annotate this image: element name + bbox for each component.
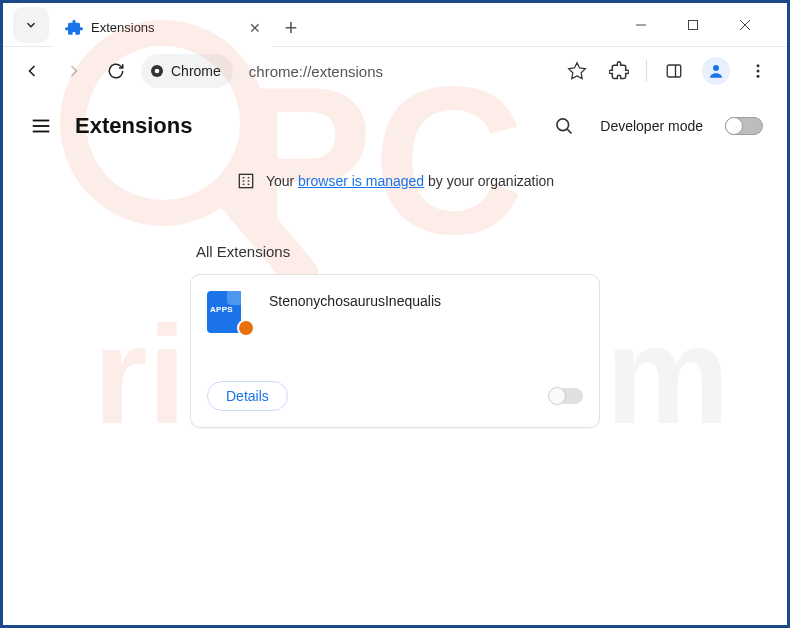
extensions-button[interactable]: [602, 54, 636, 88]
svg-line-22: [567, 129, 571, 133]
back-icon: [22, 61, 42, 81]
omnibox-url: chrome://extensions: [249, 63, 383, 80]
back-button[interactable]: [15, 54, 49, 88]
managed-banner: Your browser is managed by your organiza…: [3, 157, 787, 205]
page-title: Extensions: [75, 113, 530, 139]
svg-rect-7: [667, 65, 681, 77]
close-tab-button[interactable]: ✕: [249, 20, 261, 36]
star-icon: [567, 61, 587, 81]
chrome-chip[interactable]: Chrome: [141, 54, 233, 88]
sidepanel-button[interactable]: [657, 54, 691, 88]
chevron-down-icon: [24, 18, 38, 32]
svg-point-11: [757, 70, 760, 73]
managed-text: Your browser is managed by your organiza…: [266, 173, 554, 189]
bookmark-button[interactable]: [560, 54, 594, 88]
developer-mode-toggle[interactable]: [725, 117, 763, 135]
search-tabs-button[interactable]: [13, 7, 49, 43]
tab-extensions[interactable]: Extensions ✕: [53, 9, 273, 47]
chrome-chip-label: Chrome: [171, 63, 221, 79]
reload-button[interactable]: [99, 54, 133, 88]
svg-marker-6: [569, 63, 586, 79]
maximize-button[interactable]: [673, 3, 713, 47]
svg-point-10: [757, 64, 760, 67]
managed-link[interactable]: browser is managed: [298, 173, 424, 189]
search-icon: [554, 116, 574, 136]
forward-button[interactable]: [57, 54, 91, 88]
hamburger-icon: [30, 115, 52, 137]
building-icon: [236, 171, 256, 191]
minimize-button[interactable]: [621, 3, 661, 47]
new-tab-button[interactable]: +: [273, 10, 309, 46]
svg-point-21: [557, 119, 569, 131]
kebab-icon: [749, 62, 767, 80]
tab-title: Extensions: [91, 20, 241, 35]
svg-point-5: [155, 69, 160, 74]
omnibox[interactable]: chrome://extensions: [233, 63, 560, 80]
maximize-icon: [687, 19, 699, 31]
extension-card: APPS StenonychosaurusInequalis Details: [190, 274, 600, 428]
sidepanel-icon: [665, 62, 683, 80]
toolbar-divider: [646, 60, 647, 82]
extension-enable-toggle[interactable]: [549, 388, 583, 404]
details-button[interactable]: Details: [207, 381, 288, 411]
menu-button[interactable]: [741, 54, 775, 88]
profile-button[interactable]: [699, 54, 733, 88]
extension-name: StenonychosaurusInequalis: [269, 291, 441, 335]
svg-rect-1: [689, 20, 698, 29]
developer-mode-label: Developer mode: [600, 118, 703, 134]
svg-point-9: [713, 65, 719, 71]
section-label: All Extensions: [196, 243, 600, 260]
profile-icon: [707, 62, 725, 80]
close-icon: [739, 19, 751, 31]
svg-point-12: [757, 75, 760, 78]
puzzle-icon: [609, 61, 629, 81]
main-menu-button[interactable]: [27, 112, 55, 140]
minimize-icon: [635, 19, 647, 31]
search-extensions-button[interactable]: [550, 112, 578, 140]
extension-app-icon: APPS: [207, 291, 251, 335]
forward-icon: [64, 61, 84, 81]
puzzle-icon: [65, 19, 83, 37]
reload-icon: [107, 62, 125, 80]
tab-strip: Extensions ✕ +: [53, 3, 621, 47]
chrome-icon: [149, 63, 165, 79]
svg-rect-23: [239, 174, 252, 187]
close-window-button[interactable]: [725, 3, 765, 47]
